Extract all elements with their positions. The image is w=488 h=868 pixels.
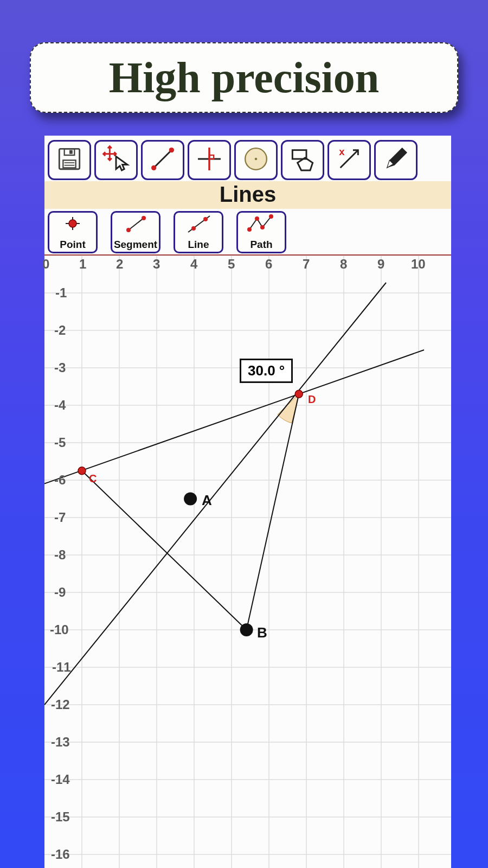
svg-line-67 [247, 394, 299, 630]
pencil-icon [381, 144, 411, 176]
svg-point-36 [269, 214, 273, 219]
svg-point-31 [191, 226, 196, 231]
title-card: High precision [30, 42, 458, 113]
vector-icon: x [334, 144, 364, 176]
polygon-icon [287, 144, 318, 176]
svg-point-28 [126, 228, 131, 232]
pen-tool-button[interactable] [374, 140, 418, 180]
move-button[interactable] [94, 140, 138, 180]
app-panel: x Lines Point Segment Line [44, 136, 451, 868]
point-label-A: A [202, 492, 212, 509]
path-subtool-label: Path [250, 239, 272, 252]
move-hand-icon [101, 144, 131, 176]
page-title: High precision [109, 53, 380, 103]
point-subtool-button[interactable]: Point [48, 211, 98, 253]
y-tick-12: -12 [51, 697, 70, 712]
x-tick-1: 1 [79, 257, 86, 272]
y-tick-15: -15 [51, 809, 70, 825]
path-icon [245, 213, 278, 238]
svg-line-10 [154, 150, 172, 168]
svg-line-66 [82, 471, 247, 630]
y-tick-3: -3 [54, 360, 66, 375]
y-tick-4: -4 [54, 398, 66, 413]
y-tick-6: -6 [54, 473, 66, 488]
y-tick-10: -10 [50, 622, 69, 637]
line-subtool-label: Line [188, 239, 209, 252]
section-header: Lines [44, 181, 451, 209]
save-button[interactable] [48, 140, 91, 180]
y-tick-8: -8 [54, 547, 66, 563]
x-tick-8: 8 [340, 257, 347, 272]
y-tick-13: -13 [51, 735, 70, 750]
svg-line-27 [129, 218, 144, 230]
segment-subtool-button[interactable]: Segment [111, 211, 160, 253]
segment-icon [122, 214, 149, 238]
y-tick-1: -1 [55, 285, 67, 301]
x-tick-6: 6 [265, 257, 272, 272]
floppy-icon [54, 144, 85, 176]
x-tick-7: 7 [303, 257, 310, 272]
svg-point-71 [295, 390, 303, 398]
perpendicular-tool-button[interactable] [188, 140, 231, 180]
x-tick-10: 10 [411, 257, 426, 272]
point-label-C: C [89, 473, 96, 485]
svg-point-29 [142, 216, 146, 220]
svg-rect-1 [63, 160, 75, 168]
angle-readout: 30.0 ° [240, 359, 293, 383]
point-label-B: B [257, 624, 267, 641]
circle-tool-button[interactable] [234, 140, 278, 180]
line-tool-button[interactable] [141, 140, 184, 180]
point-icon [59, 214, 86, 238]
perpendicular-icon [194, 144, 224, 176]
svg-point-17 [255, 158, 258, 161]
x-tick-2: 2 [116, 257, 123, 272]
x-tick-3: 3 [153, 257, 160, 272]
svg-point-12 [169, 148, 174, 152]
grid-svg [44, 256, 451, 868]
svg-point-69 [240, 623, 253, 636]
y-tick-14: -14 [51, 772, 70, 787]
svg-point-70 [78, 467, 86, 475]
svg-point-33 [247, 227, 252, 232]
svg-line-64 [44, 350, 424, 486]
y-tick-9: -9 [54, 585, 66, 600]
polygon-tool-button[interactable] [281, 140, 324, 180]
point-label-D: D [308, 393, 315, 406]
x-tick-9: 9 [377, 257, 384, 272]
toolbar-main: x [44, 136, 451, 181]
x-tick-0: 0 [42, 257, 49, 272]
svg-point-32 [203, 217, 208, 221]
svg-point-35 [260, 225, 265, 229]
circle-icon [241, 144, 271, 176]
svg-point-68 [184, 493, 197, 506]
line-subtool-button[interactable]: Line [174, 211, 223, 253]
svg-line-65 [44, 283, 386, 705]
line-subtool-icon [185, 214, 212, 238]
y-tick-2: -2 [54, 323, 66, 338]
toolbar-sub: Point Segment Line Path [44, 209, 451, 256]
svg-point-34 [255, 216, 259, 221]
x-tick-5: 5 [228, 257, 235, 272]
drawing-canvas[interactable]: 0 1 2 3 4 5 6 7 8 9 10 -1 -2 -3 -4 -5 -6… [44, 256, 451, 868]
segment-subtool-label: Segment [114, 239, 157, 252]
svg-text:x: x [339, 146, 345, 157]
y-tick-16: -16 [51, 847, 70, 862]
svg-point-11 [151, 165, 156, 170]
vector-tool-button[interactable]: x [328, 140, 371, 180]
point-subtool-label: Point [60, 239, 86, 252]
y-tick-11: -11 [52, 660, 71, 675]
y-tick-7: -7 [54, 510, 66, 525]
path-subtool-button[interactable]: Path [236, 211, 286, 253]
line-icon [147, 144, 178, 176]
x-tick-4: 4 [190, 257, 197, 272]
y-tick-5: -5 [54, 435, 66, 450]
svg-point-26 [69, 220, 76, 227]
svg-rect-5 [69, 150, 73, 154]
